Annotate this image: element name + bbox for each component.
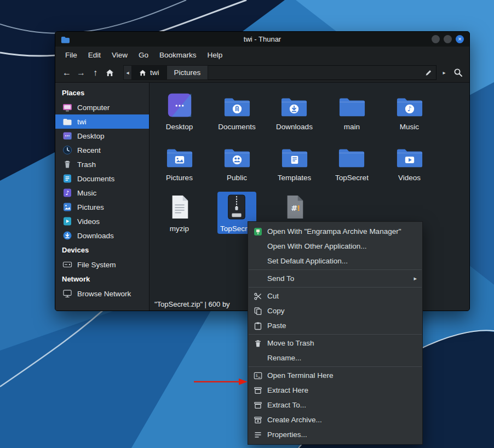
copy-icon — [254, 307, 262, 315]
breadcrumb-pictures[interactable]: Pictures — [167, 65, 209, 80]
menu-separator — [249, 269, 422, 270]
home-icon — [139, 70, 146, 76]
archive-add-icon — [254, 416, 262, 424]
file-item-desktop[interactable]: Desktop — [151, 90, 208, 132]
context-item-set-default-application[interactable]: Set Default Application... — [248, 254, 422, 268]
sidebar: PlacesComputertwiDesktopRecentTrashDocum… — [55, 83, 150, 311]
titlebar[interactable]: twi - Thunar × — [55, 32, 469, 47]
menu-go[interactable]: Go — [133, 47, 154, 63]
context-item-copy[interactable]: Copy — [248, 303, 422, 318]
breadcrumb-scroll-left-icon[interactable]: ◂ — [123, 65, 132, 80]
recent-icon — [62, 145, 72, 155]
sidebar-item-label: File System — [77, 261, 116, 269]
context-item-paste[interactable]: Paste — [248, 318, 422, 333]
sidebar-item-twi[interactable]: twi — [55, 114, 149, 129]
folder-music-icon: ♪ — [396, 95, 423, 120]
file-label: Music — [400, 123, 419, 131]
sidebar-item-downloads[interactable]: Downloads — [55, 228, 149, 243]
file-label: main — [344, 123, 360, 131]
sidebar-item-music[interactable]: ♪Music — [55, 186, 149, 200]
breadcrumb-home[interactable]: twi — [132, 65, 167, 80]
file-item-videos[interactable]: Videos — [381, 141, 438, 183]
sidebar-item-label: Recent — [77, 146, 101, 154]
sidebar-item-label: Trash — [77, 160, 96, 169]
context-item-extract-here[interactable]: Extract Here — [248, 383, 422, 398]
file-label: Pictures — [166, 174, 193, 182]
file-item-topsecret[interactable]: TopSecret — [323, 141, 381, 183]
folder-public-icon — [223, 146, 251, 171]
file-label: Downloads — [276, 123, 313, 131]
file-label: Public — [227, 174, 247, 182]
paste-icon — [254, 321, 262, 330]
location-field[interactable] — [208, 65, 436, 80]
context-item-label: Send To — [267, 274, 294, 283]
home-button[interactable] — [102, 65, 117, 81]
menu-view[interactable]: View — [106, 47, 133, 63]
sidebar-item-label: Desktop — [77, 132, 105, 140]
music-place-icon: ♪ — [62, 188, 72, 198]
sidebar-header-places: Places — [55, 85, 149, 100]
file-item-documents[interactable]: Documents — [208, 90, 266, 132]
file-label: myzip — [170, 225, 189, 233]
forward-button[interactable]: → — [74, 65, 88, 81]
trash-menu-icon — [254, 339, 262, 348]
context-item-open-terminal-here[interactable]: $Open Terminal Here — [248, 368, 422, 383]
context-item-open-with-engrampa-archive-manager[interactable]: Open With "Engrampa Archive Manager" — [248, 224, 422, 239]
sidebar-item-recent[interactable]: Recent — [55, 143, 149, 157]
search-icon — [453, 68, 463, 77]
sidebar-item-label: Videos — [77, 217, 100, 226]
folder-icon — [338, 95, 366, 120]
menu-edit[interactable]: Edit — [83, 47, 106, 63]
context-item-label: Paste — [267, 321, 286, 330]
file-item-pictures[interactable]: Pictures — [151, 141, 208, 183]
context-item-label: Open Terminal Here — [267, 371, 334, 380]
sidebar-item-label: Music — [77, 189, 96, 197]
file-item-myzip[interactable]: myzip — [151, 192, 208, 234]
filesystem-icon — [62, 260, 72, 269]
home-folder-icon — [62, 117, 72, 127]
context-item-label: Copy — [267, 307, 285, 315]
folder-pictures-icon — [166, 146, 193, 171]
menu-help[interactable]: Help — [202, 47, 228, 63]
file-item-templates[interactable]: Templates — [266, 141, 323, 183]
menu-bookmarks[interactable]: Bookmarks — [154, 47, 202, 63]
sidebar-item-documents[interactable]: Documents — [55, 171, 149, 186]
svg-text:♪: ♪ — [65, 189, 69, 197]
terminal-icon: $ — [254, 371, 262, 380]
pictures-place-icon — [62, 202, 72, 212]
search-button[interactable] — [451, 65, 465, 81]
sidebar-item-computer[interactable]: Computer — [55, 100, 149, 114]
sidebar-item-trash[interactable]: Trash — [55, 157, 149, 171]
context-item-open-with-other-application[interactable]: Open With Other Application... — [248, 239, 422, 254]
context-item-extract-to[interactable]: Extract To... — [248, 398, 422, 412]
context-item-move-to-trash[interactable]: Move to Trash — [248, 336, 422, 351]
sidebar-item-pictures[interactable]: Pictures — [55, 200, 149, 214]
properties-icon — [254, 430, 262, 439]
context-item-rename[interactable]: Rename... — [248, 351, 422, 365]
breadcrumb-scroll-right-icon[interactable]: ▸ — [440, 65, 449, 80]
sidebar-item-label: Browse Network — [77, 290, 131, 298]
context-item-properties[interactable]: Properties... — [248, 427, 422, 442]
zip-file-icon — [225, 194, 248, 222]
context-item-create-archive[interactable]: Create Archive... — [248, 412, 422, 427]
window-title: twi - Thunar — [55, 35, 469, 43]
file-item-public[interactable]: Public — [208, 141, 266, 183]
sidebar-item-desktop[interactable]: Desktop — [55, 129, 149, 143]
minimize-button[interactable] — [432, 35, 440, 43]
menu-file[interactable]: File — [60, 47, 83, 63]
context-item-send-to[interactable]: Send To▸ — [248, 271, 422, 286]
maximize-button[interactable] — [444, 35, 452, 43]
up-button[interactable]: ↑ — [88, 65, 102, 81]
sidebar-item-videos[interactable]: Videos — [55, 214, 149, 228]
context-item-cut[interactable]: Cut — [248, 289, 422, 303]
sidebar-item-file-system[interactable]: File System — [55, 257, 149, 272]
script-file-icon: #! — [283, 194, 306, 222]
edit-location-icon — [424, 69, 432, 77]
sidebar-item-browse-network[interactable]: Browse Network — [55, 286, 149, 301]
text-file-icon — [168, 194, 191, 222]
file-item-music[interactable]: ♪Music — [381, 90, 438, 132]
close-button[interactable]: × — [456, 35, 464, 43]
file-item-downloads[interactable]: Downloads — [266, 90, 323, 132]
back-button[interactable]: ← — [60, 65, 74, 81]
file-item-main[interactable]: main — [323, 90, 381, 132]
